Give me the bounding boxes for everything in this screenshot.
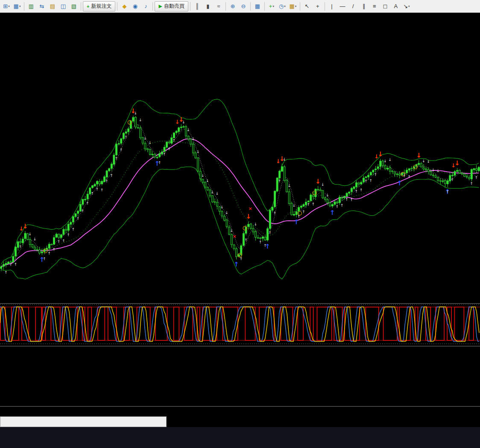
crosshair-icon-glyph: + [316, 3, 319, 9]
vertical-line-icon[interactable]: | [327, 1, 337, 12]
shapes-icon[interactable]: ◻ [380, 1, 390, 12]
svg-text:↑: ↑ [355, 189, 358, 193]
svg-text:↑: ↑ [120, 148, 123, 152]
stochastic-panel[interactable] [0, 304, 480, 346]
svg-text:↑: ↑ [163, 152, 166, 156]
navigator-icon-glyph: ▤ [50, 3, 55, 9]
navigator-icon[interactable]: ▤ [47, 1, 58, 12]
svg-text:↑: ↑ [263, 243, 267, 248]
svg-text:↓: ↓ [427, 159, 430, 164]
periods-icon-glyph: ◷ [279, 3, 284, 9]
svg-text:↑: ↑ [115, 156, 118, 161]
toolbar-separator [300, 2, 300, 11]
auto-trading-button-label: 自動売買 [164, 3, 184, 10]
indicators-icon-glyph: + [269, 3, 272, 9]
text-icon[interactable]: A [391, 1, 401, 12]
svg-text:↓: ↓ [28, 232, 32, 236]
desktop: ⊞▾▦▾▥⇆▤◫▧+新規注文◆◉♪▶自動売買║▮≈⊕⊖▦+▾◷▾▦▾↖+|—/∥… [0, 0, 480, 448]
svg-text:↑: ↑ [364, 179, 368, 183]
svg-text:↑: ↑ [86, 201, 89, 205]
arrow-tool-icon[interactable]: ↘▾ [401, 1, 412, 12]
svg-text:↓: ↓ [388, 158, 392, 162]
time-axis[interactable] [0, 407, 480, 417]
svg-text:↑: ↑ [240, 257, 243, 261]
trendline-icon-glyph: / [352, 3, 354, 9]
svg-text:↓: ↓ [196, 149, 200, 154]
toolbar-separator [325, 2, 325, 11]
svg-text:↓: ↓ [19, 225, 24, 232]
new-order-button-icon: + [87, 4, 89, 9]
metaeditor-icon[interactable]: ◆ [119, 1, 129, 12]
community-icon[interactable]: ◉ [130, 1, 140, 12]
svg-text:↓: ↓ [321, 182, 325, 187]
channel-icon[interactable]: ∥ [359, 1, 369, 12]
sound-icon[interactable]: ♪ [140, 1, 151, 12]
strategy-tester-icon[interactable]: ▧ [69, 1, 79, 12]
cursor-icon-glyph: ↖ [304, 3, 309, 9]
svg-text:↓: ↓ [216, 191, 219, 196]
candlestick-chart-icon-glyph: ▮ [206, 3, 209, 9]
cursor-icon[interactable]: ↖ [302, 1, 312, 12]
svg-text:↑: ↑ [470, 182, 474, 186]
svg-text:↓: ↓ [148, 141, 152, 145]
svg-text:↓: ↓ [374, 153, 379, 160]
svg-text:↑: ↑ [76, 217, 80, 221]
svg-text:↑: ↑ [234, 261, 239, 268]
terminal-icon[interactable]: ◫ [58, 1, 68, 12]
svg-text:↓: ↓ [134, 111, 138, 115]
trendline-icon[interactable]: / [348, 1, 358, 12]
svg-text:↑: ↑ [244, 238, 248, 242]
svg-text:↓: ↓ [139, 118, 142, 122]
svg-text:↑: ↑ [62, 239, 65, 243]
svg-text:↑: ↑ [297, 214, 301, 219]
svg-text:↑: ↑ [158, 161, 161, 165]
price-chart[interactable]: ↓↓↓↓↓↓↓↓↓↓↓↓↓↓↑↑↑↑↑↑↑↑↑↑↑↑↓↓↑↑↑↑↑↑↑↑↑↑↑↑… [0, 13, 480, 303]
new-order-button[interactable]: +新規注文 [83, 1, 115, 12]
horizontal-line-icon-glyph: — [340, 3, 345, 9]
svg-text:↑: ↑ [451, 178, 454, 182]
toolbar-separator [24, 2, 24, 11]
auto-trading-button-icon: ▶ [158, 3, 162, 9]
auto-trading-button[interactable]: ▶自動売買 [155, 1, 188, 12]
community-icon-glyph: ◉ [133, 3, 138, 9]
dropdown-caret-icon: ▾ [284, 5, 286, 8]
svg-text:↓: ↓ [383, 159, 387, 163]
tile-windows-icon[interactable]: ▦ [252, 1, 263, 12]
toolbar-separator [190, 2, 190, 11]
crosshair-icon[interactable]: + [313, 1, 323, 12]
new-chart-icon[interactable]: ⊞▾ [1, 1, 12, 12]
svg-text:↑: ↑ [4, 270, 8, 275]
line-chart-icon-glyph: ≈ [217, 3, 220, 9]
svg-text:↓: ↓ [315, 178, 321, 185]
svg-text:↑: ↑ [307, 202, 310, 207]
svg-text:↑: ↑ [259, 240, 262, 244]
svg-text:↓: ↓ [175, 119, 180, 125]
svg-text:↓: ↓ [283, 157, 286, 161]
svg-text:↓: ↓ [293, 203, 296, 208]
market-watch-icon[interactable]: ▥ [26, 1, 36, 12]
templates-icon[interactable]: ▦▾ [288, 1, 298, 12]
svg-text:↓: ↓ [182, 120, 185, 124]
shapes-icon-glyph: ◻ [383, 3, 388, 9]
candlestick-chart-icon[interactable]: ▮ [203, 1, 213, 12]
rsi-panel[interactable] [0, 346, 480, 406]
svg-text:↓: ↓ [211, 190, 214, 194]
svg-text:↑: ↑ [336, 205, 339, 209]
horizontal-line-icon[interactable]: — [337, 1, 348, 12]
periods-icon[interactable]: ◷▾ [277, 1, 287, 12]
svg-text:↑: ↑ [96, 187, 99, 191]
profiles-icon[interactable]: ▦▾ [12, 1, 22, 12]
svg-text:×: × [248, 206, 252, 211]
zoom-in-icon[interactable]: ⊕ [228, 1, 238, 12]
toolbar-separator [117, 2, 117, 11]
ohlc-bars-icon[interactable]: ║ [192, 1, 202, 12]
line-chart-icon[interactable]: ≈ [214, 1, 224, 12]
indicators-icon[interactable]: +▾ [266, 1, 277, 12]
zoom-out-icon[interactable]: ⊖ [238, 1, 249, 12]
data-window-icon[interactable]: ⇆ [37, 1, 47, 12]
fibonacci-icon[interactable]: ≡ [369, 1, 380, 12]
svg-text:↑: ↑ [53, 247, 56, 252]
svg-text:↑: ↑ [340, 203, 344, 208]
toolbar-separator [250, 2, 251, 11]
stoch-label [1, 305, 5, 310]
